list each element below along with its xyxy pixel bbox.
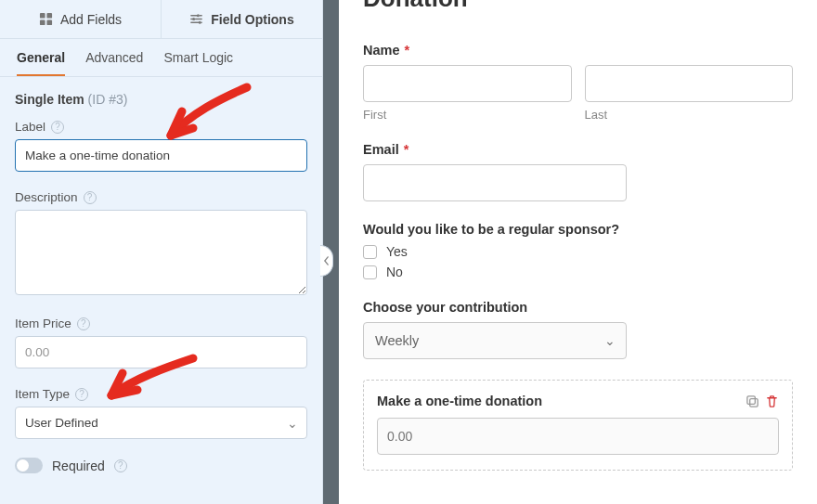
svg-rect-7 [747, 395, 755, 403]
ctrl-item-type: Item Type ? User Defined ⌄ [15, 387, 307, 439]
sponsor-yes-label: Yes [386, 244, 408, 259]
single-item-label: Make a one-time donation [377, 394, 746, 408]
help-icon[interactable]: ? [84, 191, 97, 204]
label-item-price: Item Price [15, 317, 71, 330]
toggle-knob [17, 459, 29, 472]
tab-add-fields-label: Add Fields [60, 12, 122, 27]
label-label: Label [15, 120, 45, 134]
tab-add-fields[interactable]: Add Fields [0, 0, 162, 38]
svg-point-4 [197, 14, 200, 17]
subtab-smart-logic[interactable]: Smart Logic [163, 50, 233, 76]
field-id: (ID #3) [88, 92, 128, 107]
first-name-input[interactable] [363, 65, 572, 102]
field-name-label: Name [363, 43, 400, 58]
field-email[interactable]: Email * [363, 142, 793, 201]
sidebar: Add Fields Field Options General Advance… [0, 0, 323, 504]
field-sponsor[interactable]: Would you like to be a regular sponsor? … [363, 222, 793, 279]
field-single-item[interactable]: Make a one-time donation [363, 380, 793, 471]
sliders-icon [189, 12, 203, 26]
first-name-sublabel: First [363, 108, 572, 122]
ctrl-label: Label ? [15, 120, 307, 172]
label-required: Required [52, 459, 105, 473]
trash-icon[interactable] [765, 394, 779, 408]
help-icon[interactable]: ? [77, 317, 90, 330]
ctrl-item-price: Item Price ? [15, 317, 307, 368]
field-title-row: Single Item (ID #3) [15, 92, 307, 107]
description-input[interactable] [15, 210, 307, 295]
grid-icon [39, 12, 53, 26]
panel-body: Single Item (ID #3) Label ? Description … [0, 77, 322, 504]
required-asterisk: * [405, 43, 410, 58]
ctrl-description: Description ? [15, 190, 307, 298]
label-description: Description [15, 190, 78, 204]
svg-rect-2 [40, 19, 45, 25]
field-contribution[interactable]: Choose your contribution Weekly ⌄ [363, 300, 793, 359]
help-icon[interactable]: ? [114, 459, 127, 472]
svg-point-5 [192, 18, 195, 20]
chevron-left-icon [323, 256, 330, 265]
help-icon[interactable]: ? [75, 388, 88, 401]
item-price-input[interactable] [15, 336, 307, 368]
field-sponsor-label: Would you like to be a regular sponsor? [363, 222, 619, 237]
sponsor-no-checkbox[interactable] [363, 265, 377, 279]
tab-field-options[interactable]: Field Options [162, 0, 322, 38]
contribution-select[interactable]: Weekly [363, 322, 627, 359]
label-input[interactable] [15, 139, 307, 172]
svg-rect-8 [750, 398, 758, 406]
email-input[interactable] [363, 164, 627, 201]
sub-tabs: General Advanced Smart Logic [0, 39, 322, 77]
tab-field-options-label: Field Options [211, 12, 293, 27]
field-email-label: Email [363, 142, 399, 157]
duplicate-icon[interactable] [746, 394, 759, 408]
item-type-select[interactable]: User Defined [15, 407, 307, 439]
svg-rect-1 [46, 13, 52, 19]
field-contribution-label: Choose your contribution [363, 300, 527, 315]
form-preview: Donation Name * First Last [339, 0, 817, 504]
field-title: Single Item [15, 92, 84, 107]
single-item-price-input[interactable] [377, 418, 779, 455]
sponsor-no-label: No [386, 265, 403, 279]
svg-rect-3 [46, 19, 52, 25]
last-name-sublabel: Last [585, 108, 794, 122]
ctrl-required: Required ? [15, 458, 307, 473]
required-asterisk: * [404, 142, 409, 157]
last-name-input[interactable] [585, 65, 794, 102]
subtab-advanced[interactable]: Advanced [85, 50, 143, 76]
page-title: Donation [363, 0, 468, 13]
svg-point-6 [199, 21, 201, 24]
label-item-type: Item Type [15, 387, 70, 401]
required-toggle[interactable] [15, 458, 43, 473]
field-name[interactable]: Name * First Last [363, 43, 793, 122]
help-icon[interactable]: ? [51, 121, 64, 134]
subtab-general[interactable]: General [17, 50, 65, 76]
sponsor-yes-checkbox[interactable] [363, 245, 377, 259]
panel-tabs: Add Fields Field Options [0, 0, 322, 39]
svg-rect-0 [40, 13, 45, 19]
chevron-down-icon: ⌄ [604, 333, 616, 348]
